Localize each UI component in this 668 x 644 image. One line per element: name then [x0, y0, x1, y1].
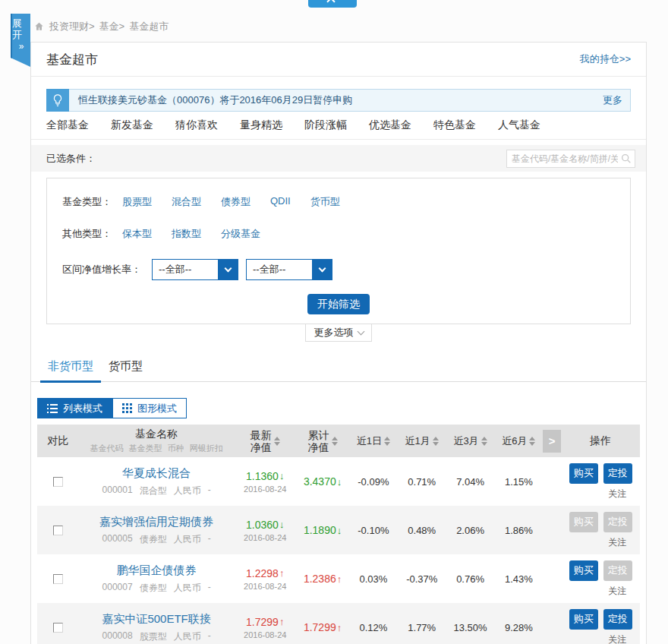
tab-new-funds[interactable]: 新发基金	[111, 118, 153, 132]
growth-rate-min-select[interactable]: --全部--	[152, 259, 238, 280]
header-6month-sort[interactable]: 近6月	[494, 434, 543, 448]
sort-arrows-icon	[433, 437, 439, 446]
growth-rate-max-select[interactable]: --全部--	[246, 259, 332, 280]
double-chevron-right-icon: »	[19, 41, 24, 52]
table-row: 嘉实中证500ETF联接 000008股票型人民币- 1.7299↑ 2016-…	[37, 603, 640, 644]
return-3month: 2.06%	[446, 525, 495, 536]
return-3month: 0.76%	[446, 573, 495, 585]
sip-button[interactable]: 定投	[603, 463, 632, 484]
sip-button[interactable]: 定投	[603, 512, 632, 532]
follow-link[interactable]: 关注	[608, 585, 626, 598]
tab-all-funds[interactable]: 全部基金	[46, 118, 89, 132]
breadcrumb-item-fund-supermarket: 基金超市	[129, 20, 169, 33]
selected-conditions-bar: 已选条件：	[31, 145, 646, 172]
down-arrow-icon: ↓	[337, 476, 342, 488]
header-fund-name: 基金名称 基金代码 基金类型 币种 网银折扣	[79, 428, 234, 454]
follow-link[interactable]: 关注	[608, 488, 626, 500]
compare-checkbox[interactable]	[53, 574, 63, 584]
buy-button[interactable]: 购买	[569, 609, 598, 630]
header-latest-nav-sort[interactable]: 最新净值	[234, 429, 296, 453]
grid-icon	[122, 403, 132, 413]
fund-table: 对比 基金名称 基金代码 基金类型 币种 网银折扣 最新净值 累计净值 近1日 …	[37, 425, 640, 644]
expand-sidebar-ribbon[interactable]: 展开 »	[11, 14, 30, 67]
header-3month-sort[interactable]: 近3月	[446, 434, 495, 448]
tab-non-monetary[interactable]: 非货币型	[40, 355, 101, 383]
sort-arrows-icon	[481, 437, 487, 446]
fund-name-link[interactable]: 鹏华国企债债券	[117, 564, 197, 578]
table-row: 嘉实增强信用定期债券 000005债券型人民币- 1.0360↓ 2016-08…	[37, 506, 640, 554]
chevron-down-icon	[312, 260, 332, 279]
return-1month: -0.37%	[398, 573, 446, 585]
sort-arrows-icon	[384, 437, 390, 446]
compare-checkbox[interactable]	[53, 477, 63, 487]
tab-preferred-funds[interactable]: 优选基金	[369, 118, 411, 132]
nav-date: 2016-08-24	[244, 485, 286, 494]
filter-monetary-type[interactable]: 货币型	[310, 195, 340, 209]
breadcrumb-item-fund[interactable]: 基金>	[99, 20, 125, 33]
fund-name-link[interactable]: 嘉实增强信用定期债券	[99, 515, 213, 529]
next-columns-button[interactable]: >	[543, 430, 561, 453]
table-row: 鹏华国企债债券 000007债券型人民币- 1.2298↑ 2016-08-24…	[37, 554, 640, 603]
filter-bond-type[interactable]: 债券型	[221, 195, 250, 209]
compare-checkbox[interactable]	[53, 526, 63, 535]
return-1month: 0.48%	[398, 525, 446, 536]
filter-mixed-type[interactable]: 混合型	[172, 195, 201, 209]
follow-link[interactable]: 关注	[608, 536, 626, 549]
header-1day-sort[interactable]: 近1日	[349, 434, 398, 448]
fund-meta: 000001混合型人民币-	[102, 485, 211, 497]
collapse-panel-button[interactable]	[308, 0, 357, 8]
cumulative-nav-value: 1.2386↑	[304, 573, 342, 585]
tab-monetary[interactable]: 货币型	[101, 355, 150, 381]
return-1day: 0.12%	[349, 622, 398, 633]
buy-button[interactable]: 购买	[569, 463, 598, 484]
fund-name-link[interactable]: 华夏成长混合	[122, 466, 191, 481]
latest-nav-value: 1.0360↓	[246, 519, 284, 531]
list-icon	[47, 404, 58, 413]
more-options-toggle[interactable]: 更多选项	[305, 324, 372, 342]
columns-next-button-wrap: >	[543, 430, 561, 453]
search-box	[506, 150, 635, 168]
search-input[interactable]	[506, 150, 635, 168]
sip-button[interactable]: 定投	[603, 609, 632, 630]
buy-button[interactable]: 购买	[569, 560, 598, 581]
header-1month-sort[interactable]: 近1月	[398, 434, 446, 448]
tab-guess-you-like[interactable]: 猜你喜欢	[175, 118, 218, 132]
tab-popular-funds[interactable]: 人气基金	[498, 118, 540, 132]
list-mode-button[interactable]: 列表模式	[37, 398, 112, 418]
chevron-down-icon	[218, 260, 238, 279]
page-title: 基金超市	[46, 51, 98, 68]
return-6month: 1.86%	[495, 525, 544, 536]
filter-stock-type[interactable]: 股票型	[122, 195, 152, 209]
card-header: 基金超市 我的持仓>>	[31, 43, 646, 77]
other-type-label: 其他类型：	[62, 227, 112, 241]
fund-nav-tabs: 全部基金 新发基金 猜你喜欢 量身精选 阶段涨幅 优选基金 特色基金 人气基金	[31, 112, 646, 140]
header-cumulative-nav-sort[interactable]: 累计净值	[296, 429, 349, 453]
notice-more-link[interactable]: 更多	[603, 93, 622, 107]
tab-featured-funds[interactable]: 特色基金	[433, 118, 476, 132]
header-compare: 对比	[37, 434, 79, 448]
filter-capital-protected-type[interactable]: 保本型	[122, 227, 152, 241]
follow-link[interactable]: 关注	[608, 633, 626, 644]
start-filter-button[interactable]: 开始筛选	[307, 294, 370, 314]
up-arrow-icon: ↑	[337, 622, 342, 633]
notice-text: 恒生联接美元钞基金（000076）将于2016年06月29日暂停申购	[69, 93, 603, 107]
table-header-row: 对比 基金名称 基金代码 基金类型 币种 网银折扣 最新净值 累计净值 近1日 …	[37, 425, 640, 457]
grid-mode-button[interactable]: 图形模式	[112, 398, 187, 418]
my-holdings-link[interactable]: 我的持仓>>	[580, 52, 631, 66]
selected-conditions-label: 已选条件：	[46, 152, 96, 166]
sip-button[interactable]: 定投	[603, 560, 632, 581]
nav-date: 2016-08-24	[244, 630, 286, 639]
cumulative-nav-value: 1.1890↓	[304, 524, 342, 536]
tab-period-gain[interactable]: 阶段涨幅	[304, 118, 347, 132]
tab-tailored[interactable]: 量身精选	[240, 118, 282, 132]
home-icon[interactable]	[33, 21, 45, 32]
filter-index-type[interactable]: 指数型	[172, 227, 201, 241]
nav-date: 2016-08-24	[244, 582, 286, 591]
breadcrumb-item-invest[interactable]: 投资理财>	[49, 20, 95, 33]
compare-checkbox[interactable]	[53, 623, 63, 633]
filter-structured-type[interactable]: 分级基金	[221, 227, 260, 241]
buy-button[interactable]: 购买	[569, 512, 598, 532]
search-icon[interactable]	[620, 153, 632, 165]
fund-name-link[interactable]: 嘉实中证500ETF联接	[102, 612, 210, 627]
filter-qdii-type[interactable]: QDII	[270, 195, 291, 209]
